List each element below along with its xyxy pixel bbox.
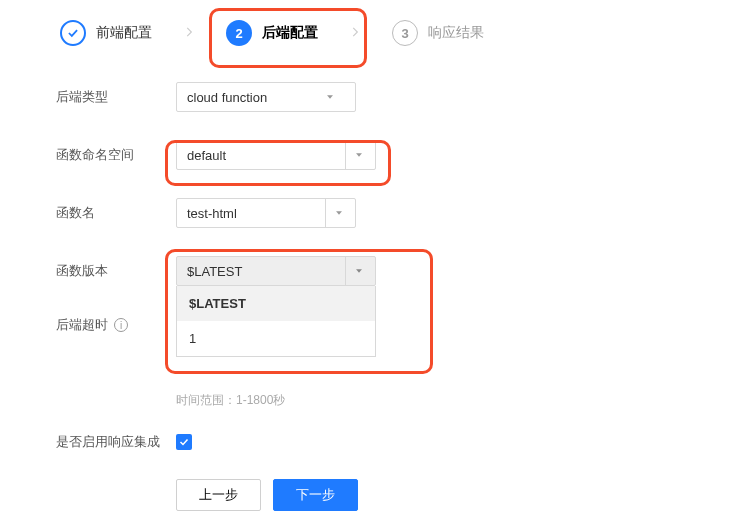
step-backend-label: 后端配置 [262, 24, 318, 42]
step-backend-number: 2 [226, 20, 252, 46]
svg-marker-0 [327, 95, 333, 98]
chevron-right-icon [164, 23, 214, 44]
timeout-label-text: 后端超时 [56, 316, 108, 334]
namespace-value: default [187, 148, 226, 163]
function-name-select[interactable]: test-html [176, 198, 356, 228]
svg-marker-2 [336, 211, 342, 214]
namespace-label: 函数命名空间 [56, 146, 176, 164]
version-option-latest[interactable]: $LATEST [177, 286, 375, 321]
namespace-select[interactable]: default [176, 140, 376, 170]
chevron-right-icon [330, 23, 380, 44]
svg-marker-3 [356, 269, 362, 272]
chevron-down-icon [325, 199, 345, 227]
backend-type-select[interactable]: cloud function [176, 82, 356, 112]
timeout-label: 后端超时 i [56, 316, 176, 334]
next-button[interactable]: 下一步 [273, 479, 358, 511]
enable-integration-checkbox[interactable] [176, 434, 192, 450]
function-version-select[interactable]: $LATEST [176, 256, 376, 286]
step-response[interactable]: 3 响应结果 [388, 20, 488, 46]
step-response-number: 3 [392, 20, 418, 46]
chevron-down-icon [345, 141, 365, 169]
step-backend[interactable]: 2 后端配置 [222, 20, 322, 46]
svg-marker-1 [356, 153, 362, 156]
function-version-dropdown: $LATEST 1 [176, 286, 376, 357]
step-frontend-label: 前端配置 [96, 24, 152, 42]
step-response-label: 响应结果 [428, 24, 484, 42]
chevron-down-icon [325, 92, 345, 102]
function-name-value: test-html [187, 206, 237, 221]
step-frontend[interactable]: 前端配置 [56, 20, 156, 46]
function-version-value: $LATEST [187, 264, 242, 279]
steps-nav: 前端配置 2 后端配置 3 响应结果 [56, 20, 694, 46]
function-version-label: 函数版本 [56, 262, 176, 280]
backend-type-value: cloud function [187, 90, 267, 105]
version-option-1[interactable]: 1 [177, 321, 375, 356]
prev-button[interactable]: 上一步 [176, 479, 261, 511]
timeout-hint: 时间范围：1-1800秒 [176, 392, 694, 409]
check-icon [60, 20, 86, 46]
chevron-down-icon [345, 257, 365, 285]
enable-integration-label: 是否启用响应集成 [56, 433, 176, 451]
backend-type-label: 后端类型 [56, 88, 176, 106]
info-icon[interactable]: i [114, 318, 128, 332]
function-name-label: 函数名 [56, 204, 176, 222]
